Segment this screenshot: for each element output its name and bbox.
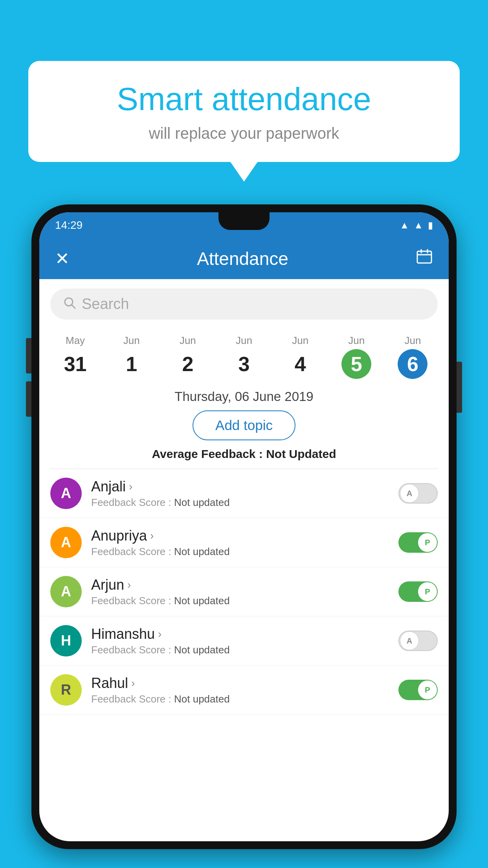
student-feedback-2: Feedback Score : Not updated bbox=[91, 595, 389, 607]
feedback-label: Average Feedback : bbox=[152, 447, 266, 460]
close-button[interactable]: ✕ bbox=[55, 248, 70, 268]
battery-icon: ▮ bbox=[428, 220, 433, 231]
status-icons: ▲ ▲ ▮ bbox=[400, 220, 433, 231]
phone-frame: 14:29 ▲ ▲ ▮ ✕ Attendance bbox=[31, 204, 457, 849]
date-day-1: 1 bbox=[117, 349, 147, 379]
student-info-4: Rahul ›Feedback Score : Not updated bbox=[91, 675, 389, 705]
calendar-icon[interactable] bbox=[416, 248, 433, 269]
date-day-3: 3 bbox=[229, 349, 259, 379]
date-month-4: Jun bbox=[292, 335, 308, 347]
student-info-3: Himanshu ›Feedback Score : Not updated bbox=[91, 626, 389, 656]
date-month-1: Jun bbox=[123, 335, 140, 347]
date-month-5: Jun bbox=[348, 335, 365, 347]
chevron-icon-4: › bbox=[131, 677, 135, 690]
student-name-4: Rahul › bbox=[91, 675, 389, 691]
student-row-1[interactable]: AAnupriya ›Feedback Score : Not updatedP bbox=[39, 518, 449, 567]
chevron-icon-1: › bbox=[150, 530, 154, 542]
app-toolbar: ✕ Attendance bbox=[39, 238, 449, 279]
date-cell-3[interactable]: Jun3 bbox=[216, 331, 272, 382]
date-month-0: May bbox=[66, 335, 85, 347]
student-row-0[interactable]: AAnjali ›Feedback Score : Not updatedA bbox=[39, 469, 449, 518]
attendance-toggle-4[interactable]: P bbox=[398, 680, 438, 700]
search-bar[interactable]: Search bbox=[50, 289, 438, 320]
student-avatar-0: A bbox=[50, 478, 82, 509]
selected-date: Thursday, 06 June 2019 bbox=[39, 389, 449, 404]
date-cell-6[interactable]: Jun6 bbox=[385, 331, 441, 382]
date-day-5: 5 bbox=[341, 349, 371, 379]
attendance-toggle-3[interactable]: A bbox=[398, 631, 438, 651]
date-day-0: 31 bbox=[61, 349, 90, 379]
students-list: AAnjali ›Feedback Score : Not updatedAAA… bbox=[39, 469, 449, 715]
date-cell-0[interactable]: May31 bbox=[47, 331, 103, 382]
student-row-3[interactable]: HHimanshu ›Feedback Score : Not updatedA bbox=[39, 616, 449, 666]
student-avatar-4: R bbox=[50, 674, 82, 706]
date-day-4: 4 bbox=[285, 349, 315, 379]
wifi-icon: ▲ bbox=[400, 220, 409, 231]
student-feedback-1: Feedback Score : Not updated bbox=[91, 546, 389, 558]
speech-bubble-title: Smart attendance bbox=[52, 81, 436, 118]
date-cell-4[interactable]: Jun4 bbox=[272, 331, 328, 382]
search-icon bbox=[63, 296, 76, 313]
chevron-icon-3: › bbox=[158, 628, 161, 640]
svg-rect-0 bbox=[417, 251, 431, 263]
student-row-2[interactable]: AArjun ›Feedback Score : Not updatedP bbox=[39, 567, 449, 616]
date-month-2: Jun bbox=[180, 335, 196, 347]
speech-bubble-subtitle: will replace your paperwork bbox=[52, 125, 436, 142]
student-info-0: Anjali ›Feedback Score : Not updated bbox=[91, 478, 389, 509]
date-cell-2[interactable]: Jun2 bbox=[160, 331, 216, 382]
volume-down-button bbox=[26, 381, 31, 417]
toggle-knob-4: P bbox=[418, 680, 437, 699]
toggle-knob-2: P bbox=[418, 582, 437, 601]
date-month-3: Jun bbox=[236, 335, 252, 347]
speech-bubble: Smart attendance will replace your paper… bbox=[28, 61, 460, 162]
student-feedback-4: Feedback Score : Not updated bbox=[91, 693, 389, 705]
feedback-average: Average Feedback : Not Updated bbox=[39, 447, 449, 461]
student-avatar-2: A bbox=[50, 576, 82, 607]
power-button bbox=[457, 362, 462, 413]
date-day-2: 2 bbox=[173, 349, 203, 379]
date-cell-5[interactable]: Jun5 bbox=[328, 331, 385, 382]
chevron-icon-0: › bbox=[129, 480, 132, 493]
student-feedback-0: Feedback Score : Not updated bbox=[91, 497, 389, 509]
date-month-6: Jun bbox=[404, 335, 421, 347]
date-day-6: 6 bbox=[398, 349, 427, 379]
student-avatar-3: H bbox=[50, 625, 82, 657]
student-avatar-1: A bbox=[50, 527, 82, 558]
student-name-3: Himanshu › bbox=[91, 626, 389, 642]
date-cell-1[interactable]: Jun1 bbox=[103, 331, 160, 382]
student-feedback-3: Feedback Score : Not updated bbox=[91, 644, 389, 656]
signal-icon: ▲ bbox=[414, 220, 423, 231]
toggle-knob-0: A bbox=[400, 484, 419, 503]
student-name-2: Arjun › bbox=[91, 577, 389, 593]
attendance-toggle-1[interactable]: P bbox=[398, 532, 438, 553]
volume-up-button bbox=[26, 338, 31, 373]
date-strip: May31Jun1Jun2Jun3Jun4Jun5Jun6 bbox=[39, 327, 449, 382]
toggle-knob-1: P bbox=[418, 533, 437, 552]
status-bar: 14:29 ▲ ▲ ▮ bbox=[39, 212, 449, 238]
student-name-1: Anupriya › bbox=[91, 528, 389, 544]
toolbar-title: Attendance bbox=[197, 248, 288, 269]
student-info-2: Arjun ›Feedback Score : Not updated bbox=[91, 577, 389, 607]
chevron-icon-2: › bbox=[127, 579, 131, 591]
feedback-value: Not Updated bbox=[266, 447, 336, 460]
attendance-toggle-2[interactable]: P bbox=[398, 581, 438, 602]
notch bbox=[218, 212, 270, 230]
add-topic-button[interactable]: Add topic bbox=[193, 410, 295, 440]
student-name-0: Anjali › bbox=[91, 478, 389, 495]
student-row-4[interactable]: RRahul ›Feedback Score : Not updatedP bbox=[39, 666, 449, 715]
attendance-toggle-0[interactable]: A bbox=[398, 483, 438, 504]
toggle-knob-3: A bbox=[400, 631, 419, 650]
phone-screen: 14:29 ▲ ▲ ▮ ✕ Attendance bbox=[39, 212, 449, 841]
search-input-placeholder: Search bbox=[82, 296, 129, 313]
svg-line-5 bbox=[72, 305, 75, 308]
status-time: 14:29 bbox=[55, 219, 83, 232]
student-info-1: Anupriya ›Feedback Score : Not updated bbox=[91, 528, 389, 558]
